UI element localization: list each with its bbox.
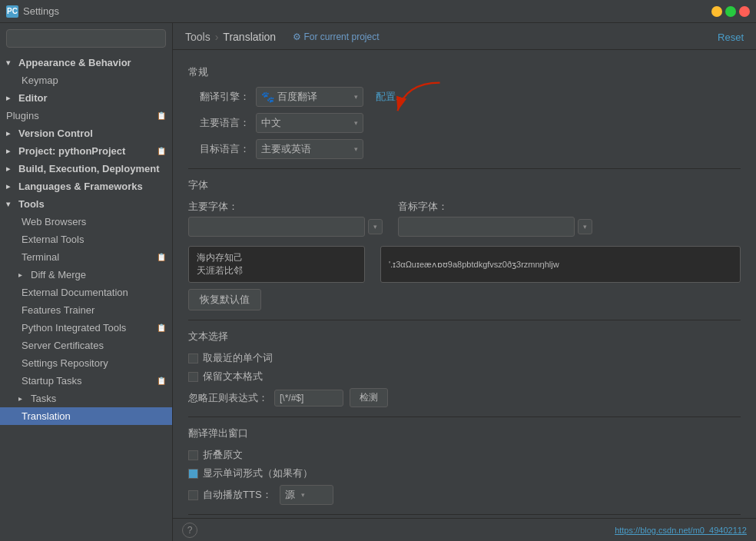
arrow-icon: ▸ [6, 164, 15, 173]
left-font-preview: 海内存知己 天涯若比邻 [188, 246, 365, 283]
primary-lang-select[interactable]: 中文 ▾ [256, 113, 363, 133]
close-button[interactable]: × [739, 6, 750, 17]
sidebar-item-label: Project: pythonProject [18, 145, 125, 157]
sidebar-item-startup-tasks[interactable]: Startup Tasks 📋 [0, 372, 172, 390]
regex-row: 忽略正则表达式： 检测 [188, 388, 741, 407]
left-preview-container: 海内存知己 天涯若比邻 [188, 243, 365, 283]
badge-icon: 📋 [157, 111, 166, 120]
sidebar-item-keymap[interactable]: Keymap [0, 71, 172, 89]
sidebar-item-tasks[interactable]: ▸ Tasks [0, 390, 172, 407]
phonetic-font-group: 音标字体： ▾ [398, 200, 592, 237]
divider-4 [188, 514, 741, 515]
cb-auto-tts-label: 自动播放TTS： [203, 488, 272, 502]
sidebar-item-editor[interactable]: ▸ Editor [0, 89, 172, 107]
maximize-button[interactable]: □ [725, 6, 736, 17]
content-header: Tools › Translation ⚙ For current projec… [173, 23, 756, 50]
target-lang-label: 目标语言： [188, 142, 250, 156]
sidebar-item-label: External Tools [22, 234, 84, 245]
sidebar-item-diff-merge[interactable]: ▸ Diff & Merge [0, 266, 172, 284]
cb-show-singular-label: 显示单词形式（如果有） [203, 466, 313, 480]
target-lang-value: 主要或英语 [261, 142, 311, 156]
sidebar-item-plugins[interactable]: Plugins 📋 [0, 107, 172, 124]
cb-show-singular[interactable] [188, 469, 198, 479]
sidebar-item-web-browsers[interactable]: Web Browsers [0, 213, 172, 231]
cb-fold-original[interactable] [188, 450, 198, 460]
cb-single-word-row: 取最近的单个词 [188, 351, 741, 365]
for-current-project: ⚙ For current project [293, 32, 379, 42]
badge-icon: 📋 [157, 377, 166, 385]
sidebar-item-tools[interactable]: ▾ Tools [0, 195, 172, 213]
sidebar-item-settings-repo[interactable]: Settings Repository [0, 354, 172, 372]
arrow-icon: ▸ [6, 94, 15, 102]
primary-lang-label: 主要语言： [188, 116, 250, 130]
sidebar-item-label: Startup Tasks [22, 375, 82, 387]
sidebar-item-python-tools[interactable]: Python Integrated Tools 📋 [0, 319, 172, 337]
engine-label: 翻译引擎： [188, 90, 250, 104]
dropdown-arrow-icon: ▾ [578, 219, 592, 234]
dropdown-arrow-icon: ▾ [354, 119, 358, 127]
phonetic-font-input[interactable] [398, 217, 575, 237]
app-icon: PC [6, 5, 18, 18]
help-button[interactable]: ? [182, 523, 197, 538]
sidebar-item-label: Tasks [31, 393, 56, 404]
search-box[interactable] [6, 29, 166, 48]
cb-single-word[interactable] [188, 353, 198, 363]
arrow-icon: ▸ [6, 147, 15, 155]
sidebar-item-appearance[interactable]: ▾ Appearance & Behavior [0, 54, 172, 71]
divider-1 [188, 168, 741, 169]
badge-icon: 📋 [157, 253, 166, 261]
divider-3 [188, 417, 741, 417]
sidebar-item-version-control[interactable]: ▸ Version Control [0, 124, 172, 142]
sidebar-item-label: Diff & Merge [31, 269, 86, 280]
primary-lang-form-row: 主要语言： 中文 ▾ [188, 113, 741, 133]
sidebar: ▾ Appearance & Behavior Keymap ▸ Editor … [0, 23, 173, 541]
sidebar-item-label: Keymap [22, 75, 58, 86]
sidebar-item-external-doc[interactable]: External Documentation [0, 284, 172, 301]
primary-font-input-row: ▾ [188, 217, 383, 237]
minimize-button[interactable]: − [711, 6, 722, 17]
cb-auto-tts-row: 自动播放TTS： 源 ▾ [188, 485, 741, 505]
content-area: Tools › Translation ⚙ For current projec… [173, 23, 756, 541]
bottom-bar: ? https://blog.csdn.net/m0_49402112 [173, 518, 756, 541]
config-link[interactable]: 配置... [376, 90, 404, 104]
regex-input[interactable] [274, 390, 343, 407]
target-lang-select[interactable]: 主要或英语 ▾ [256, 139, 363, 159]
primary-font-group: 主要字体： ▾ [188, 200, 383, 237]
cb-show-singular-row: 显示单词形式（如果有） [188, 466, 741, 480]
search-input[interactable] [13, 33, 159, 44]
cb-preserve-format[interactable] [188, 372, 198, 382]
arrow-icon: ▸ [6, 182, 15, 191]
breadcrumb-separator: › [215, 31, 219, 43]
text-select-title: 文本选择 [188, 330, 741, 344]
target-lang-form-row: 目标语言： 主要或英语 ▾ [188, 139, 741, 159]
sidebar-item-features-trainer[interactable]: Features Trainer [0, 301, 172, 319]
breadcrumb-current: Translation [223, 31, 276, 43]
reset-button[interactable]: Reset [718, 32, 744, 43]
sidebar-item-translation[interactable]: Translation [0, 407, 172, 425]
primary-font-input[interactable] [188, 217, 365, 237]
sidebar-item-build[interactable]: ▸ Build, Execution, Deployment [0, 160, 172, 178]
cb-auto-tts[interactable] [188, 490, 198, 500]
sidebar-item-terminal[interactable]: Terminal 📋 [0, 248, 172, 266]
tts-select[interactable]: 源 ▾ [280, 485, 333, 505]
right-preview-container: '.ɪ3αΩuɪeæʌɒʊ9a8pbtdkgfvsz0ðʒ3rzmnŋhljw [380, 243, 741, 283]
badge-icon: 📋 [157, 324, 166, 332]
engine-select[interactable]: 🐾 百度翻译 ▾ [256, 87, 363, 107]
sidebar-item-external-tools[interactable]: External Tools [0, 231, 172, 248]
sidebar-item-server-certs[interactable]: Server Certificates [0, 337, 172, 354]
sidebar-item-languages[interactable]: ▸ Languages & Frameworks [0, 178, 172, 195]
content-body: 常规 翻译引擎： 🐾 百度翻译 ▾ 配置... [173, 50, 756, 518]
dropdown-arrow-icon: ▾ [368, 219, 383, 234]
breadcrumb: Tools › Translation ⚙ For current projec… [185, 31, 379, 43]
arrow-icon: ▸ [18, 270, 28, 279]
sidebar-item-project[interactable]: ▸ Project: pythonProject 📋 [0, 142, 172, 160]
engine-select-container: 🐾 百度翻译 ▾ 配置... [256, 87, 404, 107]
sidebar-item-label: Plugins [6, 110, 39, 121]
general-section-title: 常规 [188, 65, 741, 79]
sidebar-item-label: Server Certificates [22, 340, 104, 351]
sidebar-item-label: Terminal [22, 251, 59, 263]
detect-button[interactable]: 检测 [350, 388, 388, 407]
restore-defaults-button[interactable]: 恢复默认值 [188, 289, 261, 310]
main-content: ▾ Appearance & Behavior Keymap ▸ Editor … [0, 23, 756, 541]
window-title: Settings [23, 5, 711, 17]
